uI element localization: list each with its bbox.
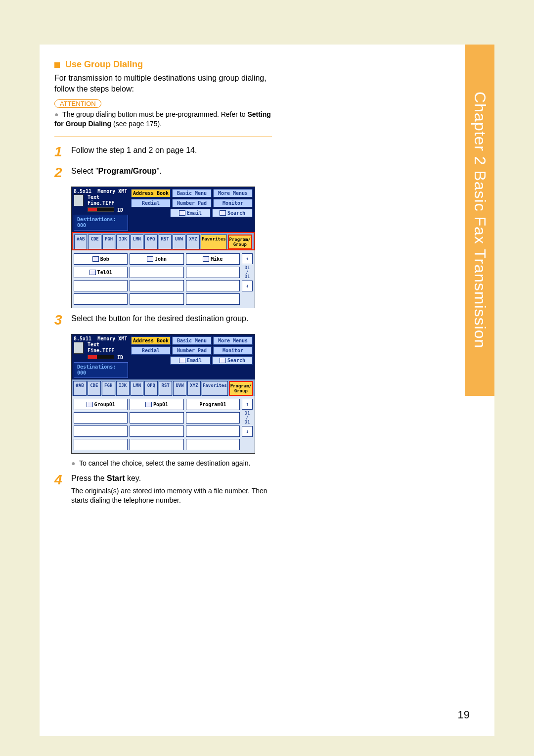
step-number: 4: [54, 473, 71, 505]
monitor-button[interactable]: Monitor: [213, 199, 253, 207]
alpha-tabs: #AB CDE FGH IJK LMN OPQ RST UVW XYZ Favo…: [72, 232, 255, 250]
step-number: 3: [54, 313, 71, 327]
email-button[interactable]: Email: [170, 209, 211, 217]
entry-button[interactable]: [74, 425, 128, 437]
tab-program-group[interactable]: Program/ Group: [229, 381, 253, 396]
tab-ijk[interactable]: IJK: [116, 381, 130, 396]
step-text: Press the Start key. The originals(s) ar…: [71, 473, 272, 505]
entry-button[interactable]: [130, 267, 183, 278]
section-intro: For transmission to multiple destination…: [54, 73, 272, 94]
tab-uvw[interactable]: UVW: [173, 235, 185, 249]
tab-cde[interactable]: CDE: [88, 381, 101, 396]
email-label: Email: [187, 358, 202, 363]
tab-xyz[interactable]: XYZ: [187, 381, 201, 396]
tab-opq[interactable]: OPQ: [144, 381, 158, 396]
monitor-button[interactable]: Monitor: [213, 346, 253, 355]
scroll-up-button[interactable]: ↑: [242, 253, 253, 264]
id-label: ID: [117, 207, 123, 213]
tab-lmn[interactable]: LMN: [131, 381, 144, 396]
tab-cde[interactable]: CDE: [88, 235, 101, 249]
entry-button[interactable]: [186, 412, 240, 424]
tab-ab[interactable]: #AB: [73, 381, 87, 396]
progress-fill: [88, 208, 97, 211]
scroll-down-button[interactable]: ↓: [242, 281, 253, 291]
number-pad-button[interactable]: Number Pad: [172, 346, 212, 355]
tab-program-group[interactable]: Program/ Group: [228, 235, 252, 249]
tab-ab[interactable]: #AB: [74, 235, 87, 249]
entry-button[interactable]: Bob: [74, 253, 128, 265]
step-text: Follow the step 1 and 2 on page 14.: [71, 145, 272, 159]
scroll-controls: ↑ 01 / 01 ↓: [242, 399, 253, 450]
phone-icon: [89, 270, 96, 275]
book-icon: [220, 358, 226, 363]
scroll-down-button[interactable]: ↓: [242, 426, 253, 437]
page-content: Use Group Dialing For transmission to mu…: [54, 59, 272, 512]
entry-button[interactable]: Mike: [186, 253, 240, 265]
redial-button[interactable]: Redial: [131, 346, 171, 355]
redial-button[interactable]: Redial: [131, 199, 171, 207]
entry-button[interactable]: [130, 412, 183, 424]
tab-xyz[interactable]: XYZ: [186, 235, 199, 249]
entry-button[interactable]: [74, 412, 128, 424]
more-menus-button[interactable]: More Menus: [213, 189, 253, 197]
tab-rst[interactable]: RST: [159, 235, 172, 249]
step-2: 2 Select "Program/Group".: [54, 166, 272, 180]
entry-button[interactable]: [186, 280, 240, 291]
entry-button[interactable]: [130, 439, 183, 450]
entry-button[interactable]: [130, 425, 183, 437]
entry-button[interactable]: Tel01: [74, 267, 128, 278]
entry-button[interactable]: [130, 280, 183, 291]
scroll-up-button[interactable]: ↑: [242, 399, 253, 410]
entry-button[interactable]: Group01: [74, 399, 128, 410]
panel-header: 8.5x11 Memory XMT Text Fine.TIFF ID Dest…: [72, 334, 255, 379]
entry-button[interactable]: [74, 439, 128, 450]
number-pad-button[interactable]: Number Pad: [172, 199, 212, 207]
tab-uvw[interactable]: UVW: [173, 381, 186, 396]
entry-button[interactable]: Program01: [186, 399, 240, 410]
envelope-icon: [145, 402, 152, 407]
attention-note-suffix: (see page 175).: [113, 120, 162, 128]
entry-button[interactable]: John: [130, 253, 183, 265]
search-label: Search: [227, 358, 245, 363]
entry-button[interactable]: [186, 293, 240, 305]
entry-button[interactable]: [130, 293, 183, 305]
search-button[interactable]: Search: [212, 356, 253, 365]
envelope-icon: [92, 256, 99, 262]
tab-fgh[interactable]: FGH: [102, 381, 115, 396]
tab-opq[interactable]: OPQ: [144, 235, 157, 249]
email-label: Email: [187, 210, 202, 216]
step-number: 1: [54, 145, 71, 159]
entry-label: John: [155, 256, 167, 262]
entry-button[interactable]: [186, 425, 240, 437]
id-label: ID: [117, 355, 123, 360]
step-1: 1 Follow the step 1 and 2 on page 14.: [54, 145, 272, 159]
page-number: 19: [458, 709, 470, 721]
basic-menu-button[interactable]: Basic Menu: [172, 336, 212, 345]
tab-favorites[interactable]: Favorites: [201, 235, 227, 249]
entry-label: Tel01: [97, 270, 112, 275]
entry-button[interactable]: [74, 280, 128, 291]
mode-text: Text: [88, 342, 99, 347]
tab-ijk[interactable]: IJK: [116, 235, 129, 249]
tab-rst[interactable]: RST: [159, 381, 172, 396]
more-menus-button[interactable]: More Menus: [213, 336, 253, 345]
tab-favorites[interactable]: Favorites: [202, 381, 228, 396]
entry-button[interactable]: [186, 267, 240, 278]
step-text-prefix: Press the: [71, 474, 107, 482]
address-book-button[interactable]: Address Book: [131, 189, 171, 197]
address-book-button[interactable]: Address Book: [131, 336, 171, 345]
entry-button[interactable]: Pop01: [130, 399, 183, 410]
destinations-bar: Destinations: 000: [74, 362, 128, 378]
email-button[interactable]: Email: [170, 356, 211, 365]
chapter-side-tab-text: Chapter 2 Basic Fax Transmission: [471, 92, 489, 348]
entry-button[interactable]: [186, 439, 240, 450]
envelope-icon: [203, 256, 209, 262]
square-bullet-icon: [54, 62, 60, 68]
tab-fgh[interactable]: FGH: [102, 235, 115, 249]
tab-lmn[interactable]: LMN: [131, 235, 143, 249]
step-3-note-text: To cancel the choice, select the same de…: [79, 459, 250, 467]
basic-menu-button[interactable]: Basic Menu: [172, 189, 212, 197]
entries-area: Bob John Mike Tel01 ↑ 01 / 01 ↓: [72, 250, 255, 308]
search-button[interactable]: Search: [212, 209, 253, 217]
entry-button[interactable]: [74, 293, 128, 305]
